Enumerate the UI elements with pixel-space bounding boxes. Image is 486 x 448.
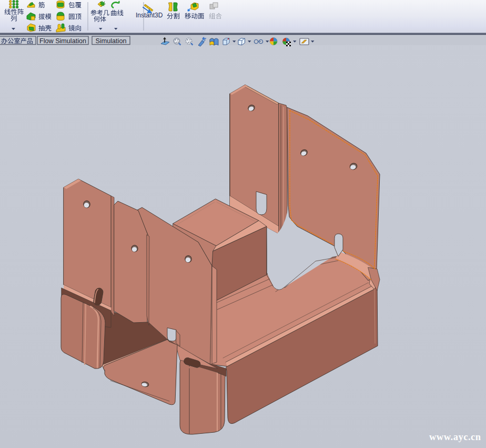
svg-text:Simulation: Simulation: [96, 37, 127, 45]
svg-text:Flow Simulation: Flow Simulation: [39, 37, 86, 45]
svg-text:www.ayc.cn: www.ayc.cn: [429, 432, 481, 442]
svg-text:Instant3D: Instant3D: [136, 12, 163, 19]
